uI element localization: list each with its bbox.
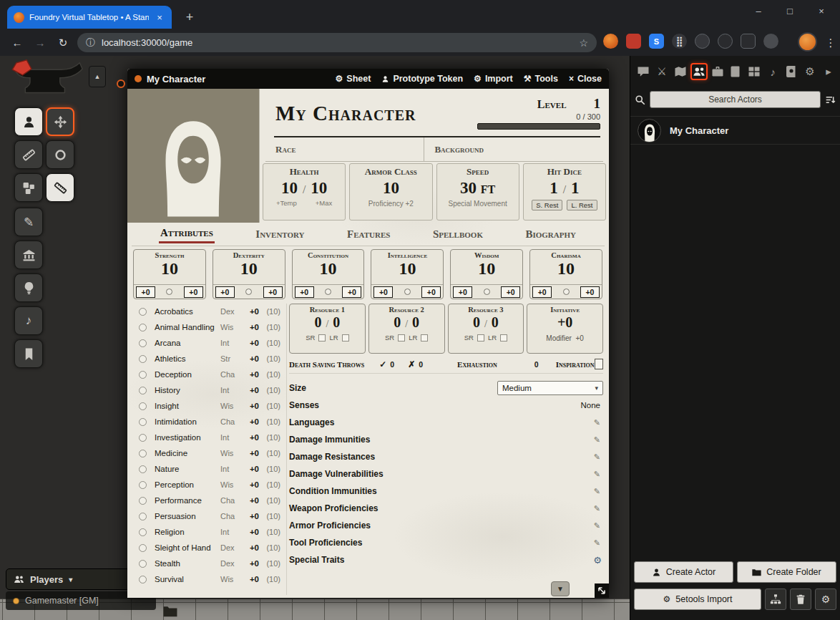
profile-avatar[interactable] [798,32,817,52]
proficiency-toggle[interactable] [139,371,147,379]
proficiency-toggle[interactable] [139,324,147,331]
window-resize-handle[interactable] [595,583,609,598]
save-proficiency-pip[interactable] [404,289,411,295]
tab-journal[interactable] [727,63,744,80]
edit-icon[interactable]: ✎ [594,435,600,445]
extension-icon[interactable] [718,34,733,49]
skill-row[interactable]: AcrobaticsDex+0(10) [133,304,283,319]
proficiency-toggle[interactable] [139,402,147,410]
folder-icon[interactable] [163,606,177,617]
save-proficiency-pip[interactable] [484,289,490,295]
close-button[interactable]: ×Close [569,74,602,84]
skill-row[interactable]: Sleight of HandDex+0(10) [133,540,283,556]
extension-icon[interactable] [603,34,618,49]
hp-current[interactable]: 10 [281,179,298,198]
import-button[interactable]: ⚙Import [474,74,513,84]
size-select[interactable]: Medium▾ [497,381,603,395]
folder-tree-button[interactable] [765,588,786,610]
ability-mod[interactable]: +0 [373,286,393,298]
background-field[interactable]: Background [424,137,609,161]
skill-row[interactable]: InsightWis+0(10) [133,398,283,414]
target-tool-button[interactable] [46,140,74,169]
death-success-count[interactable]: 0 [390,360,394,369]
proficiency-toggle[interactable] [139,465,147,473]
sr-checkbox[interactable] [398,334,405,342]
senses-value[interactable]: None [581,401,601,410]
ability-mod[interactable]: +0 [295,286,314,298]
config-gear-icon[interactable]: ⚙ [593,555,602,566]
skill-row[interactable]: Animal HandlingWis+0(10) [133,319,283,335]
prototype-token-button[interactable]: Prototype Token [381,74,463,84]
lr-checkbox[interactable] [342,334,349,342]
ability-charisma[interactable]: Charisma10+0+0 [529,249,602,299]
special-movement[interactable]: Special Movement [437,200,519,208]
ability-save[interactable]: +0 [501,286,520,298]
skill-row[interactable]: PerceptionWis+0(10) [133,477,283,493]
ability-save[interactable]: +0 [342,286,361,298]
site-info-icon[interactable]: ⓘ [86,37,95,49]
skill-row[interactable]: ArcanaInt+0(10) [133,335,283,351]
skill-row[interactable]: HistoryInt+0(10) [133,382,283,398]
tab-biography[interactable]: Biography [524,226,577,243]
short-rest-button[interactable]: S. Rest [532,200,562,210]
lr-checkbox[interactable] [500,334,507,342]
hd-current[interactable]: 1 [550,179,558,198]
exhaustion-value[interactable]: 0 [534,360,539,369]
ability-mod[interactable]: +0 [136,286,155,298]
resource-value[interactable]: 0 [473,314,480,331]
xp-line[interactable]: 0 / 300 [477,112,600,121]
sr-checkbox[interactable] [318,334,326,342]
proficiency-toggle[interactable] [139,387,147,394]
ability-mod[interactable]: +0 [453,286,472,298]
skill-row[interactable]: NatureInt+0(10) [133,461,283,477]
character-portrait[interactable] [127,89,260,223]
ability-save[interactable]: +0 [263,286,283,298]
edit-icon[interactable]: ✎ [594,418,600,427]
sheet-config-button[interactable]: ⚙Sheet [336,74,371,84]
address-bar[interactable]: ⓘ localhost:30000/game ☆ [77,33,597,52]
url-text[interactable]: localhost:30000/game [102,37,572,48]
tab-scenes[interactable] [672,63,689,80]
skill-row[interactable]: StealthDex+0(10) [133,556,283,571]
actor-list-item[interactable]: My Character [630,116,840,145]
new-tab-button[interactable]: + [180,8,199,26]
skill-row[interactable]: AthleticsStr+0(10) [133,351,283,367]
lr-checkbox[interactable] [421,334,428,342]
ability-intelligence[interactable]: Intelligence10+0+0 [371,249,444,299]
save-proficiency-pip[interactable] [325,289,331,295]
extension-icon[interactable] [741,34,756,49]
proficiency-toggle[interactable] [139,560,147,568]
skill-row[interactable]: InvestigationInt+0(10) [133,430,283,445]
proficiency-toggle[interactable] [139,450,147,457]
actor-avatar[interactable] [638,119,661,142]
tab-combat[interactable]: ⚔ [653,63,670,80]
notes-tool-button[interactable] [14,339,43,368]
delete-button[interactable] [790,588,811,610]
proficiency-toggle[interactable] [139,497,147,505]
proficiency-toggle[interactable] [139,576,147,583]
skill-row[interactable]: PersuasionCha+0(10) [133,508,283,524]
initiative-value[interactable]: +0 [557,314,572,331]
resource-value[interactable]: 0 [394,314,401,331]
resource-max[interactable]: 0 [333,314,340,331]
extension-icon[interactable] [626,34,641,49]
extension-icon[interactable]: ⣿ [672,34,687,49]
actor-name[interactable]: My Character [670,125,728,136]
tools-button[interactable]: ⚒Tools [524,74,558,84]
tab-inventory[interactable]: Inventory [254,226,306,243]
level-value[interactable]: 1 [594,96,601,112]
proficiency-toggle[interactable] [139,339,147,347]
speed-value[interactable]: 30 ft [460,179,495,198]
forge-anvil-logo[interactable] [3,59,84,102]
collapse-sidebar-icon[interactable]: ▸ [820,63,837,80]
proficiency-toggle[interactable] [139,513,147,520]
background-input[interactable] [491,145,602,155]
resource-max[interactable]: 0 [492,314,499,331]
refresh-icon[interactable]: ↻ [54,34,72,52]
skill-row[interactable]: ReligionInt+0(10) [133,524,283,540]
skill-row[interactable]: DeceptionCha+0(10) [133,367,283,382]
skill-row[interactable]: MedicineWis+0(10) [133,445,283,461]
window-titlebar[interactable]: My Character ⚙Sheet Prototype Token ⚙Imp… [127,69,609,89]
browser-tab[interactable]: Foundry Virtual Tabletop • A Stan × [7,6,172,29]
tab-settings[interactable]: ⚙ [801,63,819,80]
